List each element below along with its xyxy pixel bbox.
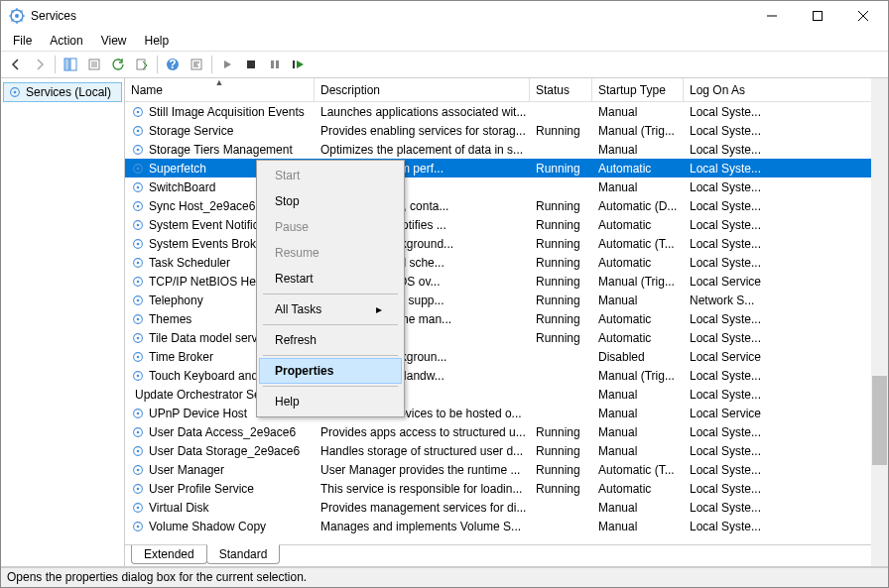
service-description: Provides management services for di... <box>320 501 526 515</box>
service-row[interactable]: Storage Tiers ManagementOptimizes the pl… <box>125 140 888 159</box>
body: Services (Local) Name▲ Description Statu… <box>1 78 888 567</box>
menu-file[interactable]: File <box>5 32 40 50</box>
service-icon <box>131 482 145 496</box>
menu-action[interactable]: Action <box>42 32 90 50</box>
service-name: User Data Storage_2e9ace6 <box>149 444 300 458</box>
service-row[interactable]: Sync Host_2e9ace6 nchronizes mail, conta… <box>125 196 888 215</box>
svg-point-61 <box>137 525 140 528</box>
forward-button[interactable] <box>29 54 51 75</box>
service-row[interactable]: Superfetch improves system perf...Runnin… <box>125 159 888 177</box>
svg-point-45 <box>137 374 140 377</box>
service-row[interactable]: Update Orchestrator Service for Win...Us… <box>125 385 888 404</box>
menu-view[interactable]: View <box>93 32 135 50</box>
service-row[interactable]: Touch Keyboard and Hanc Keyboard and Han… <box>125 366 888 385</box>
service-logon: Local Service <box>690 350 761 364</box>
column-header-name[interactable]: Name▲ <box>125 78 315 101</box>
service-logon: Local Syste... <box>690 331 761 345</box>
service-icon <box>131 143 145 157</box>
service-status: Running <box>536 218 580 232</box>
service-row[interactable]: Time Broker xecution of backgroun...Disa… <box>125 347 888 366</box>
service-status: Running <box>536 294 580 307</box>
service-name: User Manager <box>149 463 224 477</box>
service-startup: Manual <box>598 407 637 420</box>
menu-item-all-tasks[interactable]: All Tasks▸ <box>259 296 402 322</box>
restart-service-button[interactable] <box>288 54 310 75</box>
service-row[interactable]: User Profile ServiceThis service is resp… <box>125 479 888 498</box>
service-row[interactable]: Telephony hony API (TAPI) supp...Running… <box>125 291 888 309</box>
minimize-button[interactable] <box>749 1 795 31</box>
export-button[interactable] <box>83 54 105 75</box>
show-hide-tree-button[interactable] <box>60 54 81 75</box>
back-button[interactable] <box>5 54 27 75</box>
scrollbar-thumb[interactable] <box>872 376 887 465</box>
service-startup: Automatic <box>598 218 651 232</box>
properties-button[interactable] <box>186 54 207 75</box>
export-list-button[interactable] <box>131 54 153 75</box>
service-status: Running <box>536 463 580 477</box>
menu-item-refresh[interactable]: Refresh <box>259 327 402 353</box>
service-row[interactable]: System Event Notification m events and n… <box>125 215 888 234</box>
services-icon <box>8 85 22 99</box>
service-description: Launches applications associated wit... <box>320 105 526 119</box>
svg-rect-10 <box>247 60 255 68</box>
service-row[interactable]: SwitchBoardManualLocal Syste... <box>125 177 888 196</box>
vertical-scrollbar[interactable] <box>871 78 888 566</box>
service-icon <box>131 218 145 232</box>
column-header-startup[interactable]: Startup Type <box>592 78 684 101</box>
service-name: Storage Service <box>149 124 233 138</box>
service-row[interactable]: TCP/IP NetBIOS Helper rt for the NetBIOS… <box>125 272 888 291</box>
service-row[interactable]: User ManagerUser Manager provides the ru… <box>125 460 888 479</box>
service-icon <box>131 444 145 458</box>
start-service-button[interactable] <box>216 54 238 75</box>
service-row[interactable]: Tile Data model server tile updates.Runn… <box>125 328 888 347</box>
service-row[interactable]: Themes experience theme man...RunningAut… <box>125 309 888 328</box>
menu-item-stop[interactable]: Stop <box>259 188 402 214</box>
svg-point-43 <box>137 355 140 358</box>
svg-point-23 <box>137 167 140 170</box>
service-startup: Manual (Trig... <box>598 369 675 383</box>
service-row[interactable]: Storage ServiceProvides enabling service… <box>125 121 888 140</box>
service-logon: Local Syste... <box>690 218 761 232</box>
service-description: Handles storage of structured user d... <box>320 444 523 458</box>
svg-point-1 <box>15 14 19 18</box>
service-row[interactable]: System Events Broker xecution of backgro… <box>125 234 888 253</box>
menu-help[interactable]: Help <box>137 32 178 50</box>
service-row[interactable]: Volume Shadow CopyManages and implements… <box>125 517 888 535</box>
service-name: Volume Shadow Copy <box>149 520 266 533</box>
service-row[interactable]: Task Scheduler to configure and sche...R… <box>125 253 888 272</box>
svg-rect-13 <box>293 60 295 68</box>
service-rows: Still Image Acquisition EventsLaunches a… <box>125 102 888 544</box>
close-button[interactable] <box>840 1 886 31</box>
service-startup: Automatic (T... <box>598 237 675 251</box>
svg-point-17 <box>137 110 140 113</box>
service-row[interactable]: User Data Storage_2e9ace6Handles storage… <box>125 441 888 460</box>
service-status: Running <box>536 124 580 138</box>
column-headers: Name▲ Description Status Startup Type Lo… <box>125 78 888 102</box>
service-startup: Manual <box>598 425 637 439</box>
tab-standard[interactable]: Standard <box>206 544 281 564</box>
menu-item-label: All Tasks <box>275 302 321 316</box>
menu-item-properties[interactable]: Properties <box>259 358 402 384</box>
service-row[interactable]: Virtual DiskProvides management services… <box>125 498 888 517</box>
menu-item-help[interactable]: Help <box>259 389 402 414</box>
service-row[interactable]: UPnP Device HostAllows UPnP devices to b… <box>125 404 888 422</box>
service-row[interactable]: User Data Access_2e9ace6Provides apps ac… <box>125 422 888 441</box>
column-header-status[interactable]: Status <box>530 78 592 101</box>
menu-item-restart[interactable]: Restart <box>259 266 402 292</box>
refresh-button[interactable] <box>107 54 129 75</box>
service-startup: Manual <box>598 180 637 194</box>
maximize-button[interactable] <box>795 1 840 31</box>
pause-service-button[interactable] <box>264 54 286 75</box>
tab-extended[interactable]: Extended <box>131 545 207 564</box>
service-startup: Manual <box>598 520 637 533</box>
service-status: Running <box>536 275 580 289</box>
stop-service-button[interactable] <box>240 54 262 75</box>
tree-node-services-local[interactable]: Services (Local) <box>3 82 122 102</box>
menubar: File Action View Help <box>1 31 888 51</box>
column-header-logon[interactable]: Log On As <box>684 78 888 101</box>
svg-point-55 <box>137 468 140 471</box>
service-status: Running <box>536 162 580 176</box>
service-row[interactable]: Still Image Acquisition EventsLaunches a… <box>125 102 888 121</box>
column-header-description[interactable]: Description <box>315 78 530 101</box>
help-button[interactable]: ? <box>162 54 184 75</box>
